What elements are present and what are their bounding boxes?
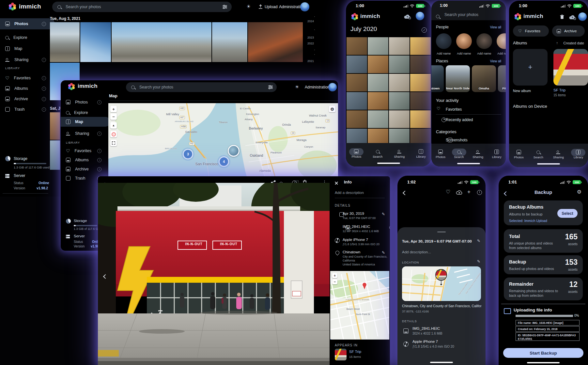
info-icon[interactable] — [97, 167, 101, 171]
sidebar-item-archive[interactable]: Archive — [61, 165, 110, 174]
select-all-icon[interactable]: ✓ — [422, 27, 427, 33]
map-zoom-out-button[interactable]: − — [110, 113, 117, 120]
place-card[interactable]: Chinatown — [431, 65, 444, 92]
location-map[interactable]: The Embarcadero San Francisco Ferry Buil… — [402, 266, 481, 301]
edit-date-icon[interactable]: ✎ — [382, 212, 385, 216]
photo-thumbnail[interactable] — [389, 74, 410, 91]
sidebar-item-map[interactable]: Map — [0, 43, 55, 54]
activity-favorites[interactable]: Favorites — [446, 107, 462, 112]
nav-sharing[interactable]: Sharing — [472, 148, 483, 159]
sidebar-item-trash[interactable]: Trash — [0, 104, 55, 115]
info-icon[interactable] — [477, 190, 482, 195]
favorites-pill-button[interactable]: ♡ Favorites — [513, 25, 549, 37]
people-view-all-link[interactable]: View all — [490, 25, 501, 29]
edit-location-icon[interactable]: ✎ — [477, 259, 480, 264]
sidebar-item-favorites[interactable]: ♡ Favorites — [0, 72, 55, 84]
photo-thumbnail[interactable] — [389, 56, 410, 73]
nav-sharing[interactable]: Sharing — [394, 148, 405, 158]
map-fullscreen-button[interactable] — [110, 140, 117, 146]
avatar[interactable] — [328, 83, 337, 91]
photo-thumbnail[interactable] — [389, 37, 410, 55]
search-input[interactable]: Search your photos — [444, 12, 478, 17]
photo-grid[interactable] — [347, 37, 431, 146]
person-avatar[interactable] — [476, 33, 492, 49]
album-name-link[interactable]: SF Trip — [349, 350, 361, 354]
album-thumbnail[interactable] — [335, 349, 347, 360]
person-add-name[interactable]: Add name — [489, 52, 506, 55]
sort-arrow[interactable]: ↑ — [556, 41, 558, 45]
start-backup-button[interactable]: Start Backup — [503, 348, 583, 358]
home-indicator[interactable] — [377, 163, 400, 164]
category-screenshots[interactable]: Screenshots — [446, 138, 468, 142]
info-icon[interactable] — [42, 22, 46, 26]
place-card[interactable]: Near North Side — [446, 65, 470, 92]
nav-photos[interactable]: Photos — [352, 148, 362, 158]
album-card[interactable] — [553, 49, 588, 86]
photo-thumbnail[interactable] — [368, 92, 388, 110]
photo-thumbnail[interactable] — [389, 110, 410, 128]
nav-search[interactable]: Search — [534, 149, 543, 159]
person-avatar[interactable] — [497, 33, 506, 49]
nav-library[interactable]: Library — [416, 148, 426, 158]
photo-thumbnail[interactable] — [368, 56, 388, 73]
sidebar-item-explore[interactable]: Explore — [0, 32, 55, 43]
info-icon[interactable] — [97, 158, 101, 162]
info-icon[interactable] — [97, 149, 101, 153]
nav-photos[interactable]: Photos — [514, 149, 524, 159]
photo-thumbnail[interactable] — [80, 22, 111, 62]
sort-created-date[interactable]: Created date — [563, 41, 584, 45]
info-icon[interactable] — [42, 58, 46, 62]
map-cluster-marker[interactable]: 4 — [219, 156, 229, 167]
map-zoom-in-button[interactable]: + — [110, 106, 117, 112]
theme-toggle-sun-icon[interactable]: ☀ — [246, 4, 251, 9]
avatar[interactable] — [578, 12, 587, 21]
search-input[interactable]: Search your photos — [126, 82, 277, 92]
theme-toggle-sun-icon[interactable]: ☀ — [295, 84, 299, 89]
info-icon[interactable] — [97, 100, 101, 104]
back-chevron[interactable] — [403, 190, 407, 196]
map-compass-button[interactable]: ▲ — [110, 122, 117, 129]
photo-thumbnail[interactable] — [368, 74, 388, 91]
timeline-scrubber[interactable]: 2024 2023 2022 2021 — [303, 16, 315, 81]
map-zoom-in-button[interactable]: + — [332, 273, 337, 278]
info-icon[interactable] — [42, 87, 46, 91]
sidebar-item-albums[interactable]: Albums — [61, 155, 110, 165]
sidebar-item-map[interactable]: Map — [61, 117, 110, 127]
nav-search[interactable]: Search — [373, 148, 382, 158]
sidebar-item-explore[interactable]: Explore — [61, 108, 110, 118]
cloud-sync-icon[interactable] — [568, 14, 576, 20]
album-name[interactable]: SF Trip — [553, 88, 565, 92]
settings-gear-icon[interactable]: ⚙ — [577, 189, 581, 195]
info-icon[interactable] — [42, 76, 46, 80]
photo-thumbnail[interactable] — [347, 110, 367, 128]
photo-thumbnail[interactable] — [410, 92, 431, 110]
add-to-album-icon[interactable]: + — [467, 189, 471, 195]
photo-thumbnail[interactable] — [50, 112, 60, 140]
map-zoom-out-button[interactable]: − — [332, 279, 337, 284]
info-icon[interactable] — [97, 132, 101, 136]
close-icon[interactable] — [335, 182, 338, 185]
filter-sliders-icon[interactable] — [268, 85, 273, 89]
photo-thumbnail[interactable] — [410, 74, 431, 91]
person-avatar[interactable] — [436, 33, 452, 49]
info-icon[interactable] — [42, 97, 46, 101]
administration-link[interactable]: Administration — [305, 85, 330, 89]
photo-thumbnail[interactable] — [248, 22, 303, 62]
photo-full-view[interactable] — [98, 183, 330, 365]
photo-thumbnail[interactable] — [347, 74, 367, 91]
file-info-icon[interactable] — [389, 226, 390, 230]
home-indicator[interactable] — [527, 362, 560, 363]
trash-icon[interactable] — [560, 14, 564, 19]
photo-thumbnail[interactable] — [50, 22, 80, 62]
photo-thumbnail[interactable] — [212, 22, 247, 62]
map-photo-marker[interactable] — [228, 145, 240, 157]
info-icon[interactable] — [42, 107, 46, 112]
description-field[interactable]: Add description... — [402, 250, 431, 254]
filter-sliders-icon[interactable] — [223, 5, 227, 9]
places-view-all-link[interactable]: View all — [490, 59, 501, 63]
sidebar-item-albums[interactable]: Albums — [0, 83, 55, 94]
nav-library[interactable]: Library — [492, 148, 502, 159]
new-album-card[interactable]: + — [513, 49, 548, 86]
nav-photos[interactable]: Photos — [436, 148, 445, 159]
map-location-filter-button[interactable] — [110, 131, 117, 137]
